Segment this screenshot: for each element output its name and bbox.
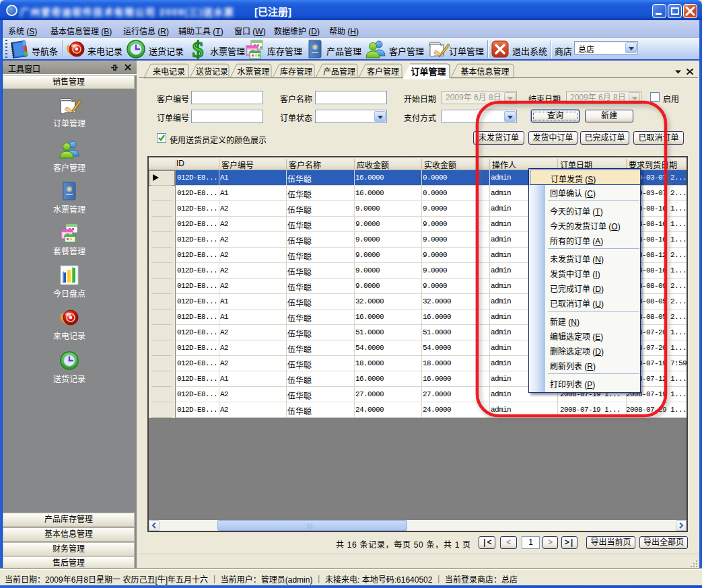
svg-text:$: $ xyxy=(192,38,204,60)
